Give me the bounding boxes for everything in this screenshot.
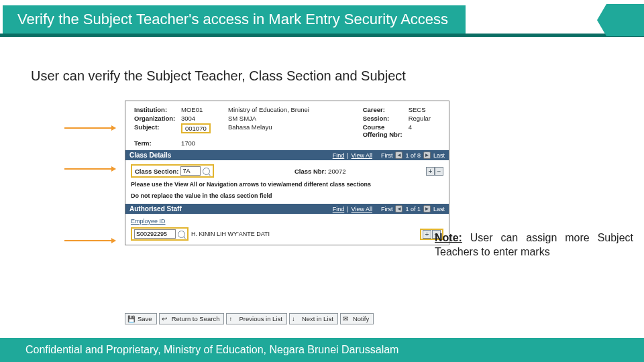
nav-viewall[interactable]: View All (352, 152, 372, 159)
arrow-class-section (64, 168, 115, 170)
employee-id-input[interactable] (134, 229, 176, 239)
header-meta: Institution:MOE01Ministry of Education, … (125, 101, 449, 150)
page-title: Verify the Subject Teacher's access in M… (17, 11, 448, 28)
footer-bar: Confidential and Proprietary, Ministry o… (0, 338, 644, 362)
nav-find[interactable]: Find (333, 152, 345, 159)
note-text: Note: User can assign more Subject Teach… (435, 231, 633, 259)
del-row-icon[interactable]: − (435, 167, 443, 176)
corner-accent (606, 4, 644, 36)
prev-icon: ↑ (229, 315, 236, 322)
sub-heading: User can verify the Subject Teacher, Cla… (31, 68, 644, 84)
button-bar: 💾Save ↩Return to Search ↑Previous in Lis… (125, 313, 374, 324)
form-panel: Institution:MOE01Ministry of Education, … (125, 101, 449, 245)
nav-find-2[interactable]: Find (333, 206, 345, 213)
class-section-input[interactable] (180, 166, 201, 176)
highlight-subject: 001070 (181, 123, 211, 133)
save-button[interactable]: 💾Save (125, 313, 157, 324)
class-details-bar: Class Details Find | View All First ◄ 1 … (125, 150, 449, 160)
auth-staff-bar: Authorised Staff Find | View All First ◄… (125, 204, 449, 214)
employee-id-header[interactable]: Employee ID (131, 218, 443, 225)
notify-button[interactable]: ✉Notify (340, 313, 374, 324)
next-button[interactable]: ↓Next in List (289, 313, 338, 324)
lookup-icon-2[interactable] (178, 231, 185, 238)
title-bar: Verify the Subject Teacher's access in M… (0, 5, 644, 36)
prev-button[interactable]: ↑Previous in List (226, 313, 286, 324)
lookup-icon[interactable] (203, 168, 210, 175)
save-icon: 💾 (127, 315, 135, 322)
footer-text: Confidential and Proprietary, Ministry o… (25, 344, 398, 356)
return-icon: ↩ (162, 315, 169, 322)
highlight-class-section: Class Section: (131, 164, 214, 178)
nav-prev-icon[interactable]: ◄ (395, 152, 402, 159)
next-icon: ↓ (292, 315, 299, 322)
return-button[interactable]: ↩Return to Search (159, 313, 225, 324)
add-row-icon[interactable]: + (426, 167, 435, 176)
employee-name: H. KININ LIH WY'ANTE DATI (191, 231, 270, 237)
nav-next-icon[interactable]: ► (423, 152, 431, 159)
highlight-employee-id (131, 227, 189, 241)
arrow-subject (64, 127, 115, 129)
notify-icon: ✉ (343, 315, 350, 322)
add-staff-icon[interactable]: + (423, 230, 431, 239)
nav-viewall-2[interactable]: View All (352, 206, 372, 213)
arrow-employee (64, 240, 115, 241)
nav-prev-icon-2[interactable]: ◄ (395, 205, 402, 213)
nav-next-icon-2[interactable]: ► (423, 205, 431, 213)
